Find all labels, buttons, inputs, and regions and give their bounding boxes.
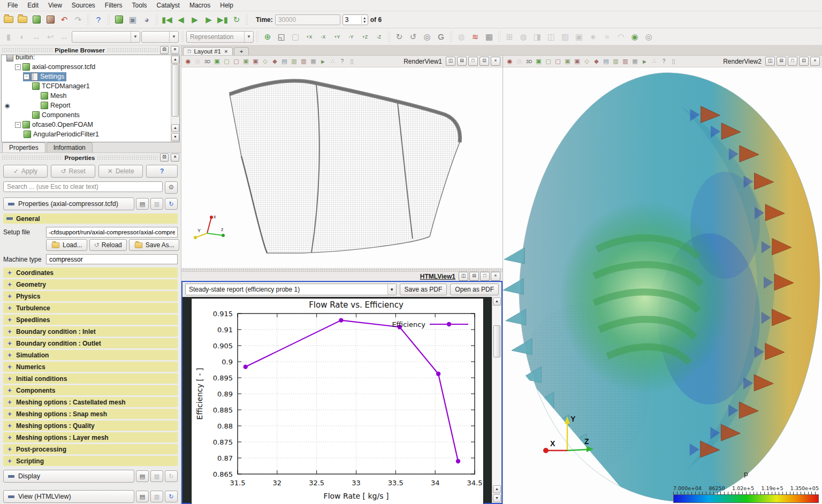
shrink-selection-icon[interactable]: ∴ [328,57,337,66]
undo-icon[interactable]: ↶ [58,13,71,26]
pipeline-item-angularperiodicfilter1[interactable]: AngularPeriodicFilter1 [2,129,171,139]
play-icon[interactable]: ▶ [188,13,201,26]
scroll-down-icon[interactable]: ▼ [493,494,501,502]
paste-properties-icon[interactable]: ▥ [150,198,163,210]
split-horizontal-button[interactable]: ◫ [765,57,775,66]
section-simulation[interactable]: +Simulation [3,350,178,360]
menu-help[interactable]: Help [216,1,238,10]
close-view-button[interactable]: × [491,272,500,281]
scroll-handle[interactable] [493,325,500,357]
load-button[interactable]: Load... [46,239,87,251]
section-geometry[interactable]: +Geometry [3,279,178,289]
close-panel-button[interactable]: × [171,46,179,54]
previous-frame-icon[interactable]: ◀ [174,13,187,26]
auto-apply-icon[interactable] [112,13,125,26]
menu-edit[interactable]: Edit [23,1,43,10]
hover-cells-icon[interactable]: ▦ [309,57,318,66]
display-header[interactable]: Display [3,470,134,483]
set-view-plus-x-icon[interactable]: +X [303,30,316,43]
section-scripting[interactable]: +Scripting [3,456,178,466]
section-meshing-options-snap-mesh[interactable]: +Meshing options : Snap mesh [3,409,178,419]
toggle-2d3d-icon[interactable]: 3D [524,57,534,66]
scroll-down-icon[interactable]: ▼ [171,133,179,141]
reset-camera-closest-icon[interactable]: ◎ [421,30,433,43]
section-numerics[interactable]: +Numerics [3,362,178,372]
tab-layout-1[interactable]: □ Layout #1 × [183,47,233,55]
hover-cells-icon[interactable]: ▦ [630,57,640,66]
split-vertical-button[interactable]: ⊟ [457,57,467,66]
select-cells-polygon-icon[interactable]: ◇ [261,57,270,66]
rotate-90-cw-icon[interactable]: ↻ [393,30,406,43]
tab-properties[interactable]: Properties [2,142,45,152]
source-properties-header[interactable]: Properties (axial-compressor.tcfd) [3,197,134,210]
select-points-on-icon[interactable]: ▢ [232,57,241,66]
save-data-icon[interactable] [30,13,43,26]
section-boundary-condition-outlet[interactable]: +Boundary condition : Outlet [3,338,178,348]
multiblock-inspector-icon[interactable]: ▦ [483,30,496,43]
menu-filters[interactable]: Filters [101,1,127,10]
set-view-plus-z-icon[interactable]: +Z [359,30,371,43]
select-block-icon[interactable]: ▤ [280,57,289,66]
pipeline-scrollbar[interactable]: ▲ ▲ ▼ [171,55,179,142]
scroll-up-icon[interactable]: ▲ [493,297,501,306]
close-view-button[interactable]: × [810,57,820,66]
tree-collapse-icon[interactable]: − [15,64,21,70]
select-cells-through-icon[interactable]: ▣ [563,57,572,66]
selection-icon[interactable]: ▣ [126,13,139,26]
section-general[interactable]: General [3,213,178,224]
section-turbulence[interactable]: +Turbulence [3,303,178,313]
menu-view[interactable]: View [44,1,66,10]
scroll-up-icon[interactable]: ▲ [171,124,179,132]
setup-file-input[interactable] [46,227,178,238]
save-state-icon[interactable] [44,13,57,26]
pipeline-item-axial-compressor-tcfd[interactable]: −axial-compressor.tcfd [2,62,171,72]
maximize-button[interactable]: □ [788,57,797,66]
tree-collapse-icon[interactable]: − [24,74,29,80]
split-vertical-button[interactable]: ⊟ [777,57,786,66]
select-block-icon[interactable]: ▤ [602,57,611,66]
zoom-to-data-icon[interactable]: ◱ [275,30,288,43]
section-post-processing[interactable]: +Post-processing [3,444,178,454]
set-view-minus-y-icon[interactable]: -Y [345,30,357,43]
select-points-through-icon[interactable]: ▣ [573,57,582,66]
copy-display-icon[interactable]: ▤ [136,470,149,482]
set-view-minus-x-icon[interactable]: -X [317,30,330,43]
paste-display-icon[interactable]: ▥ [150,470,163,482]
split-horizontal-button[interactable]: ◫ [446,57,455,66]
capture-screenshot-icon[interactable]: ▣ [534,57,543,66]
float-panel-button[interactable]: ⊡ [160,46,169,54]
machine-type-input[interactable] [46,254,178,264]
menu-macros[interactable]: Macros [185,1,215,10]
save-as-button[interactable]: Save As... [129,239,179,251]
float-panel-button[interactable]: ⊡ [160,154,169,162]
section-meshing-options-quality[interactable]: +Meshing options : Quality [3,421,178,431]
grow-selection-icon[interactable]: ► [318,57,328,66]
set-view-plus-y-icon[interactable]: +Y [331,30,344,43]
section-components[interactable]: +Components [3,385,178,395]
set-view-minus-z-icon[interactable]: -Z [372,30,385,43]
split-vertical-button[interactable]: ⊟ [469,272,479,281]
section-meshing-options-layer-mesh[interactable]: +Meshing options : Layer mesh [3,432,178,442]
copy-properties-icon[interactable]: ▤ [136,198,149,210]
detach-button[interactable]: ⊡ [799,57,809,66]
pipeline-item-builtin[interactable]: builtin: [2,55,171,62]
close-tab-icon[interactable]: × [224,48,228,55]
selection-help-icon[interactable]: ? [659,57,668,66]
paste-view-icon[interactable]: ▥ [150,491,163,502]
select-cells-on-icon[interactable]: ▢ [222,57,231,66]
maximize-button[interactable]: □ [480,272,490,281]
menu-file[interactable]: File [3,1,22,10]
open-as-pdf-button[interactable]: Open as PDF [450,284,499,295]
menu-catalyst[interactable]: Catalyst [153,1,184,10]
gear-icon[interactable]: ⚙ [165,181,178,194]
pipeline-item-components[interactable]: Components [2,110,171,120]
reset-display-icon[interactable]: ↻ [165,470,178,482]
redo-icon[interactable]: ↷ [72,13,85,26]
section-boundary-condition-inlet[interactable]: +Boundary condition : Inlet [3,326,178,337]
interactive-select-points-icon[interactable]: ▥ [621,57,630,66]
shrink-selection-icon[interactable]: ∴ [650,57,659,66]
group-datasets-icon[interactable]: ◉ [628,30,641,43]
open-file-icon[interactable] [2,13,15,26]
renderview2-canvas[interactable]: Y X Z p 7.000e+04862501.02e+51.19e+51.35… [503,67,822,504]
grow-selection-icon[interactable]: ► [640,57,649,66]
